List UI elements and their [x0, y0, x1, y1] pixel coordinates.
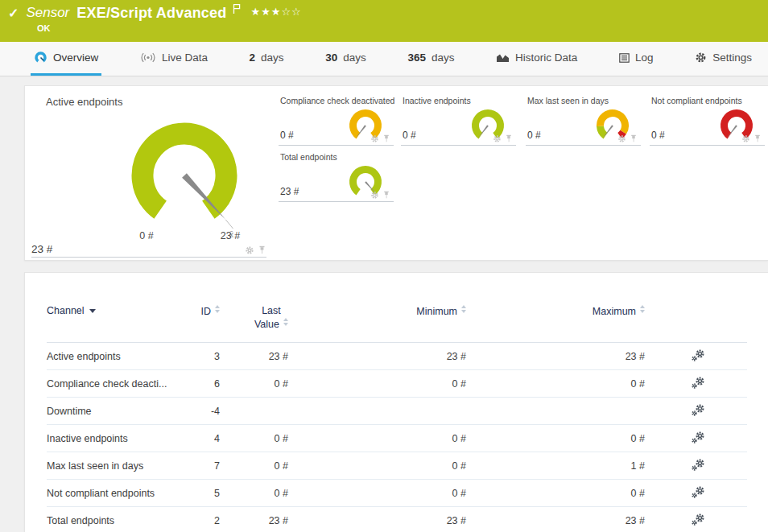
- table-row[interactable]: Max last seen in days 7 0 # 0 # 1 #: [47, 452, 747, 480]
- gauge-value: 0 #: [280, 130, 294, 141]
- gauge-title: Active endpoints: [46, 96, 122, 108]
- tab-overview-label: Overview: [53, 52, 98, 64]
- divider: [31, 257, 266, 258]
- gauge-value: 0 #: [651, 130, 665, 141]
- sort-icon: [283, 318, 288, 326]
- column-header-maximum[interactable]: Maximum: [466, 305, 645, 343]
- sort-icon: [215, 305, 220, 313]
- gauge-value: 23 #: [31, 243, 52, 255]
- gauge-icon: [34, 52, 47, 64]
- area-chart-icon: [496, 52, 510, 63]
- gear-icon: [695, 52, 707, 64]
- channel-maximum: 23 #: [466, 507, 645, 532]
- gauge-card-active-endpoints: Active endpoints x̄ 0 # 23 # 23 #: [25, 86, 275, 260]
- tab-live-data[interactable]: Live Data: [137, 42, 211, 76]
- channel-minimum: 23 #: [288, 343, 466, 370]
- channel-id: -4: [184, 398, 220, 425]
- column-header-minimum[interactable]: Minimum: [288, 305, 466, 343]
- channel-name: Compliance check deacti...: [47, 370, 184, 398]
- channel-minimum: 0 #: [288, 452, 466, 480]
- table-row[interactable]: Compliance check deacti... 6 0 # 0 # 0 #: [47, 370, 747, 398]
- gauge-card-inactive-endpoints: Inactive endpoints 0 #: [401, 94, 516, 152]
- gauge-card-total-endpoints: Total endpoints 23 #: [279, 151, 394, 208]
- channel-settings-gears-icon[interactable]: [692, 404, 705, 419]
- channel-minimum: [288, 398, 466, 425]
- gauge-card-compliance-check-deactivated: Compliance check deactivated 0 #: [279, 94, 394, 152]
- gauge-title: Inactive endpoints: [403, 96, 471, 105]
- column-header-channel[interactable]: Channel: [47, 305, 184, 343]
- tab-2-days-number: 2: [250, 52, 256, 64]
- gauge-scale-min: 0 #: [139, 230, 153, 241]
- gauge-title: Not compliant endpoints: [651, 96, 742, 105]
- tab-historic-data-label: Historic Data: [515, 52, 577, 64]
- channel-maximum: 1 #: [466, 452, 645, 480]
- channel-settings-gears-icon[interactable]: [692, 459, 705, 473]
- channel-last-value: 0 #: [220, 370, 288, 398]
- status-check-icon: ✓: [8, 6, 19, 21]
- tab-settings[interactable]: Settings: [692, 42, 755, 76]
- tab-365-days[interactable]: 365 days: [404, 42, 457, 76]
- column-header-id[interactable]: ID: [184, 305, 220, 343]
- active-endpoints-gauge: x̄ 0 # 23 #: [100, 115, 269, 244]
- channel-last-value: 0 #: [220, 452, 288, 480]
- channel-last-value: 0 #: [220, 425, 288, 452]
- tab-30-days-number: 30: [325, 52, 337, 64]
- channel-last-value: [220, 398, 288, 425]
- gauge-value: 23 #: [280, 186, 299, 197]
- channel-id: 2: [184, 507, 220, 532]
- channel-last-value: 0 #: [220, 480, 288, 507]
- table-row[interactable]: Active endpoints 3 23 # 23 # 23 #: [47, 343, 747, 370]
- channel-name: Downtime: [47, 398, 184, 425]
- channel-settings-gears-icon[interactable]: [692, 431, 705, 446]
- divider: [279, 145, 394, 146]
- channel-minimum: 23 #: [288, 507, 466, 532]
- column-header-actions: [645, 305, 747, 343]
- sensor-kind-label: Sensor: [26, 5, 69, 21]
- table-header-row: Channel ID LastValue Minimum Maximum: [47, 305, 747, 343]
- divider: [401, 145, 516, 146]
- tab-2-days-unit: days: [261, 52, 284, 64]
- channel-settings-gears-icon[interactable]: [692, 486, 705, 501]
- channel-maximum: [466, 398, 645, 425]
- tab-2-days[interactable]: 2 days: [246, 42, 287, 76]
- tab-overview[interactable]: Overview: [31, 42, 101, 76]
- gauge-card-max-last-seen: Max last seen in days 0 #: [526, 94, 641, 152]
- tab-30-days[interactable]: 30 days: [322, 42, 370, 76]
- flag-icon[interactable]: [233, 3, 241, 18]
- channel-maximum: 0 #: [466, 370, 645, 398]
- table-row[interactable]: Downtime -4: [47, 398, 747, 425]
- priority-stars[interactable]: ★★★☆☆: [250, 6, 301, 18]
- channel-last-value: 23 #: [220, 507, 288, 532]
- channel-id: 7: [184, 452, 220, 480]
- channel-settings-gears-icon[interactable]: [692, 513, 705, 528]
- channel-maximum: 23 #: [466, 343, 645, 370]
- channel-name: Active endpoints: [47, 343, 184, 370]
- column-header-last-value[interactable]: LastValue: [220, 305, 288, 343]
- channel-id: 3: [184, 343, 220, 370]
- gauge-title: Compliance check deactivated: [280, 96, 394, 105]
- divider: [526, 145, 641, 146]
- gauge-card-not-compliant: Not compliant endpoints 0 #: [650, 94, 765, 152]
- channel-name: Inactive endpoints: [47, 425, 184, 452]
- gauge-value: 0 #: [527, 130, 541, 141]
- channel-settings-gears-icon[interactable]: [692, 377, 705, 391]
- divider: [650, 145, 765, 146]
- tab-historic-data[interactable]: Historic Data: [493, 42, 580, 76]
- channel-settings-gears-icon[interactable]: [692, 349, 705, 364]
- stars-empty: ☆☆: [281, 6, 301, 18]
- channel-name: Total endpoints: [47, 507, 184, 532]
- stars-filled: ★★★: [250, 6, 281, 18]
- channels-table: Channel ID LastValue Minimum Maximum Act…: [47, 305, 747, 532]
- tab-log[interactable]: Log: [616, 42, 657, 76]
- table-row[interactable]: Total endpoints 2 23 # 23 # 23 #: [47, 507, 747, 532]
- gauge-scale-max: 23 #: [221, 230, 240, 241]
- gauges-panel: Active endpoints x̄ 0 # 23 # 23 # Compli…: [24, 85, 768, 261]
- channel-maximum: 0 #: [466, 425, 645, 452]
- tab-365-days-unit: days: [431, 52, 455, 64]
- tab-365-days-number: 365: [407, 52, 426, 64]
- table-row[interactable]: Not compliant endpoints 5 0 # 0 # 0 #: [47, 480, 747, 507]
- channel-id: 4: [184, 425, 220, 452]
- table-row[interactable]: Inactive endpoints 4 0 # 0 # 0 #: [47, 425, 747, 452]
- gauge-value: 0 #: [403, 130, 416, 141]
- status-badge: OK: [37, 23, 51, 33]
